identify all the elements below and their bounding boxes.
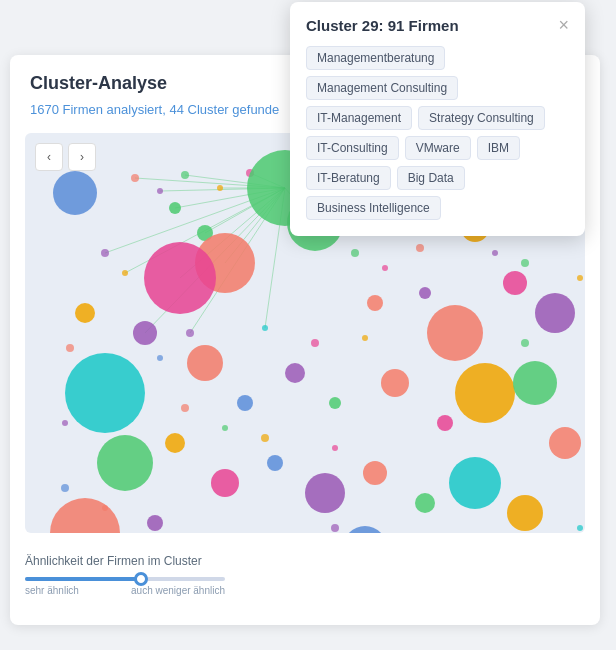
slider-track bbox=[25, 577, 225, 581]
svg-point-70 bbox=[75, 303, 95, 323]
svg-point-18 bbox=[217, 185, 223, 191]
svg-point-45 bbox=[331, 524, 339, 532]
svg-point-58 bbox=[144, 242, 216, 314]
svg-point-67 bbox=[427, 305, 483, 361]
nav-arrows: ‹ › bbox=[35, 143, 96, 171]
tag[interactable]: Management Consulting bbox=[306, 76, 458, 100]
svg-point-66 bbox=[419, 287, 431, 299]
tag[interactable]: Managementberatung bbox=[306, 46, 445, 70]
svg-point-95 bbox=[343, 526, 387, 533]
similarity-section: Ähnlichkeit der Firmen im Cluster sehr ä… bbox=[10, 548, 600, 606]
slider-thumb[interactable] bbox=[134, 572, 148, 586]
svg-point-86 bbox=[363, 461, 387, 485]
svg-point-82 bbox=[165, 433, 185, 453]
svg-point-71 bbox=[65, 353, 145, 433]
svg-point-78 bbox=[455, 363, 515, 423]
svg-point-35 bbox=[311, 339, 319, 347]
svg-point-59 bbox=[133, 321, 157, 345]
svg-point-31 bbox=[66, 344, 74, 352]
svg-point-75 bbox=[329, 397, 341, 409]
slider-fill bbox=[25, 577, 145, 581]
svg-point-85 bbox=[305, 473, 345, 513]
svg-point-65 bbox=[367, 295, 383, 311]
next-button[interactable]: › bbox=[68, 143, 96, 171]
svg-point-39 bbox=[181, 404, 189, 412]
svg-point-74 bbox=[285, 363, 305, 383]
svg-point-38 bbox=[62, 420, 68, 426]
svg-point-69 bbox=[535, 293, 575, 333]
svg-point-42 bbox=[332, 445, 338, 451]
svg-point-15 bbox=[131, 174, 139, 182]
svg-point-23 bbox=[101, 249, 109, 257]
svg-point-52 bbox=[53, 171, 97, 215]
svg-point-25 bbox=[351, 249, 359, 257]
svg-point-46 bbox=[577, 525, 583, 531]
cluster-popup: Cluster 29: 91 Firmen × Managementberatu… bbox=[290, 2, 585, 236]
svg-point-72 bbox=[187, 345, 223, 381]
popup-title: Cluster 29: 91 Firmen bbox=[306, 17, 459, 34]
svg-point-34 bbox=[262, 325, 268, 331]
slider-labels: sehr ähnlich auch weniger ähnlich bbox=[25, 585, 225, 596]
slider-label-left: sehr ähnlich bbox=[25, 585, 79, 596]
svg-point-90 bbox=[50, 498, 120, 533]
svg-point-37 bbox=[521, 339, 529, 347]
svg-point-89 bbox=[507, 495, 543, 531]
tags-container: ManagementberatungManagement ConsultingI… bbox=[306, 46, 569, 220]
svg-point-17 bbox=[181, 171, 189, 179]
popup-header: Cluster 29: 91 Firmen × bbox=[306, 16, 569, 34]
svg-point-76 bbox=[381, 369, 409, 397]
stats-highlight: 1670 Firmen analysiert, 44 Cluster gefun… bbox=[30, 102, 279, 117]
svg-point-41 bbox=[261, 434, 269, 442]
svg-point-80 bbox=[549, 427, 581, 459]
svg-point-32 bbox=[157, 355, 163, 361]
tag[interactable]: Strategy Consulting bbox=[418, 106, 545, 130]
svg-point-83 bbox=[211, 469, 239, 497]
tag[interactable]: IT-Beratung bbox=[306, 166, 391, 190]
svg-point-56 bbox=[169, 202, 181, 214]
svg-point-26 bbox=[382, 265, 388, 271]
slider-container[interactable]: sehr ähnlich auch weniger ähnlich bbox=[25, 576, 585, 596]
slider-label-right: auch weniger ähnlich bbox=[131, 585, 225, 596]
svg-point-88 bbox=[449, 457, 501, 509]
svg-point-84 bbox=[267, 455, 283, 471]
tag[interactable]: IBM bbox=[477, 136, 520, 160]
svg-point-33 bbox=[186, 329, 194, 337]
svg-point-43 bbox=[61, 484, 69, 492]
svg-point-91 bbox=[147, 515, 163, 531]
prev-button[interactable]: ‹ bbox=[35, 143, 63, 171]
similarity-title: Ähnlichkeit der Firmen im Cluster bbox=[25, 554, 585, 568]
tag[interactable]: Business Intelligence bbox=[306, 196, 441, 220]
svg-point-28 bbox=[492, 250, 498, 256]
tag[interactable]: IT-Management bbox=[306, 106, 412, 130]
svg-point-36 bbox=[362, 335, 368, 341]
close-button[interactable]: × bbox=[558, 16, 569, 34]
svg-point-68 bbox=[503, 271, 527, 295]
tag[interactable]: IT-Consulting bbox=[306, 136, 399, 160]
svg-point-27 bbox=[416, 244, 424, 252]
svg-point-79 bbox=[513, 361, 557, 405]
svg-point-16 bbox=[157, 188, 163, 194]
svg-point-29 bbox=[521, 259, 529, 267]
svg-point-30 bbox=[577, 275, 583, 281]
svg-point-24 bbox=[122, 270, 128, 276]
svg-point-73 bbox=[237, 395, 253, 411]
svg-point-40 bbox=[222, 425, 228, 431]
svg-point-77 bbox=[437, 415, 453, 431]
svg-point-81 bbox=[97, 435, 153, 491]
tag[interactable]: Big Data bbox=[397, 166, 465, 190]
tag[interactable]: VMware bbox=[405, 136, 471, 160]
svg-point-87 bbox=[415, 493, 435, 513]
